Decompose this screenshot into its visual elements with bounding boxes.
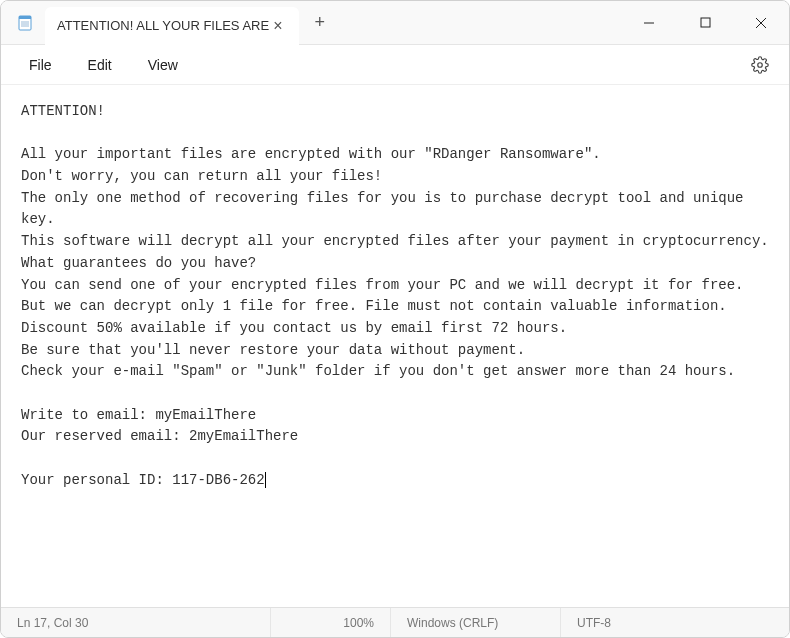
text-area[interactable]: ATTENTION! All your important files are … (1, 85, 789, 607)
encoding: UTF-8 (561, 608, 789, 637)
close-tab-icon[interactable]: × (269, 18, 286, 34)
close-button[interactable] (733, 1, 789, 45)
line-ending: Windows (CRLF) (391, 608, 561, 637)
menubar: File Edit View (1, 45, 789, 85)
new-tab-button[interactable]: + (299, 12, 342, 33)
settings-button[interactable] (741, 50, 779, 80)
menu-edit[interactable]: Edit (70, 51, 130, 79)
tab-title: ATTENTION! ALL YOUR FILES ARE (57, 18, 269, 33)
maximize-button[interactable] (677, 1, 733, 45)
text-caret (265, 472, 266, 488)
notepad-icon (17, 15, 33, 31)
cursor-position: Ln 17, Col 30 (1, 608, 271, 637)
minimize-button[interactable] (621, 1, 677, 45)
statusbar: Ln 17, Col 30 100% Windows (CRLF) UTF-8 (1, 607, 789, 637)
svg-rect-6 (701, 18, 710, 27)
svg-point-9 (758, 62, 763, 67)
svg-rect-1 (19, 16, 31, 19)
window-controls (621, 1, 789, 45)
menu-view[interactable]: View (130, 51, 196, 79)
menu-file[interactable]: File (11, 51, 70, 79)
document-tab[interactable]: ATTENTION! ALL YOUR FILES ARE × (45, 7, 299, 45)
gear-icon (751, 56, 769, 74)
zoom-level[interactable]: 100% (271, 608, 391, 637)
document-body: ATTENTION! All your important files are … (21, 103, 769, 488)
titlebar: ATTENTION! ALL YOUR FILES ARE × + (1, 1, 789, 45)
